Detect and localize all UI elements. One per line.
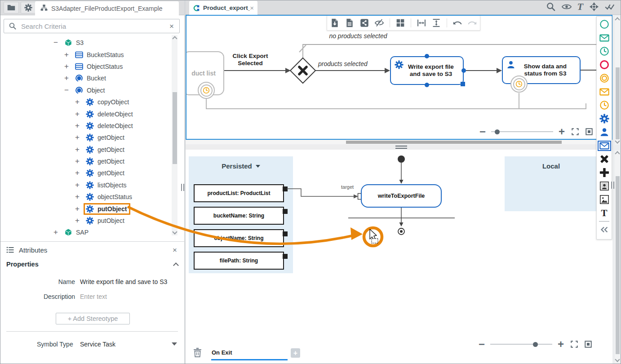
scroll-up-icon[interactable] <box>172 36 177 41</box>
tree-item-deleteObject[interactable]: +deleteObject <box>0 120 171 132</box>
zoom-slider[interactable] <box>491 131 553 132</box>
scrollbar-thumb[interactable] <box>616 176 620 354</box>
tab-on-exit[interactable]: On Exit <box>212 349 232 356</box>
visibility-icon[interactable] <box>562 2 572 12</box>
action-write-to-export-file[interactable]: writeToExportFile <box>361 184 442 208</box>
symbol-type-dropdown-icon[interactable] <box>172 342 177 346</box>
zoom-slider-knob[interactable] <box>533 342 538 347</box>
scrollbar-thumb[interactable] <box>616 67 620 139</box>
zoom-in-button[interactable]: + <box>558 340 564 349</box>
tree-item-putObject[interactable]: +putObject <box>0 215 171 226</box>
fullscreen-icon[interactable] <box>571 128 579 136</box>
pane-divider-grip[interactable] <box>395 146 407 149</box>
palette-exclusive-gateway[interactable] <box>597 152 612 166</box>
zoom-slider-knob[interactable] <box>495 129 500 134</box>
fit-view-icon[interactable] <box>584 340 592 348</box>
tree-item-getObject[interactable]: +getObject <box>0 132 171 143</box>
tree-item-getObject[interactable]: +getObject <box>0 144 171 155</box>
tree-item-copyObject[interactable]: +copyObject <box>0 96 171 108</box>
expand-icon[interactable]: + <box>74 204 81 213</box>
projects-button[interactable] <box>4 2 19 13</box>
name-value[interactable]: Write export file and save to S3 <box>80 278 167 285</box>
redo-icon[interactable] <box>468 18 477 27</box>
share-icon[interactable] <box>360 18 369 27</box>
right-pane-resize-grip[interactable] <box>611 182 614 189</box>
palette-participant[interactable] <box>597 179 612 193</box>
hide-overlays-icon[interactable] <box>375 18 384 27</box>
tree-item-objectStatus[interactable]: +objectStatus <box>0 191 171 203</box>
add-stereotype-button[interactable]: + Add Stereotype <box>56 313 130 324</box>
pan-icon[interactable] <box>589 2 599 12</box>
zoom-slider[interactable] <box>490 344 552 345</box>
timer-boundary-event-2[interactable] <box>510 75 528 93</box>
grid-layout-icon[interactable] <box>396 18 405 27</box>
expand-icon[interactable]: + <box>74 181 81 190</box>
tree-item-getObject[interactable]: +getObject <box>0 167 171 179</box>
tree-item-Bucket[interactable]: +Bucket <box>0 72 171 84</box>
bottom-vertical-scrollbar[interactable] <box>615 150 620 363</box>
tree-item-S3[interactable]: −S3 <box>0 37 171 49</box>
fit-width-icon[interactable] <box>417 18 426 27</box>
horizontal-scrollbar[interactable] <box>186 140 612 144</box>
collapse-icon[interactable]: − <box>63 86 70 95</box>
scroll-down-icon[interactable] <box>172 229 177 234</box>
expand-icon[interactable]: + <box>74 192 81 201</box>
add-tab-button[interactable]: + <box>291 348 300 358</box>
timer-boundary-event[interactable] <box>198 82 215 99</box>
tree-item-getObject[interactable]: +getObject <box>0 155 171 167</box>
collapse-icon[interactable]: − <box>52 38 59 47</box>
palette-send-task[interactable] <box>597 139 612 152</box>
palette-message-intermediate-event[interactable] <box>597 85 612 98</box>
palette-timer-intermediate-event[interactable] <box>597 98 612 112</box>
attributes-close-icon[interactable]: × <box>173 246 177 254</box>
process-diagram-canvas[interactable]: no products selected duct list Click Exp… <box>186 15 612 140</box>
tree-scrollbar-thumb[interactable] <box>173 92 177 164</box>
description-value[interactable]: Enter text <box>80 293 107 300</box>
diagram-tab-close-icon[interactable]: × <box>250 4 254 12</box>
settings-button[interactable] <box>21 2 36 13</box>
search-clear-icon[interactable]: × <box>169 22 174 30</box>
expand-icon[interactable]: + <box>74 157 81 166</box>
selection-handle-bottom[interactable] <box>425 83 429 87</box>
top-vertical-scrollbar[interactable] <box>615 16 620 145</box>
tree-item-listObjects[interactable]: +listObjects <box>0 179 171 191</box>
collapse-section-icon[interactable] <box>173 262 179 268</box>
palette-intermediate-event[interactable] <box>597 71 612 85</box>
task-write-export-file[interactable]: Write export file and save to S3 <box>390 56 464 85</box>
zoom-out-button[interactable]: − <box>479 340 485 349</box>
palette-parallel-gateway[interactable] <box>597 166 612 179</box>
export-document-icon[interactable] <box>330 18 339 27</box>
tree-item-BucketStatus[interactable]: +BucketStatus <box>0 49 171 60</box>
diagram-tab[interactable]: Product_export_exa... × <box>189 1 257 15</box>
expand-icon[interactable]: + <box>63 74 70 83</box>
symbol-type-value[interactable]: Service Task <box>80 341 115 348</box>
palette-start-event[interactable] <box>597 18 612 31</box>
fit-height-icon[interactable] <box>432 18 441 27</box>
left-pane-resize-grip[interactable] <box>181 184 184 191</box>
scroll-down-icon[interactable] <box>615 138 620 143</box>
fullscreen-icon[interactable] <box>570 340 578 348</box>
tree-item-putObject[interactable]: +putObject <box>0 203 171 214</box>
scroll-up-icon[interactable] <box>615 151 620 156</box>
fit-view-icon[interactable] <box>585 128 593 136</box>
expand-icon[interactable]: + <box>63 50 70 59</box>
palette-user-task[interactable] <box>597 125 612 139</box>
tree-item-ObjectStatus[interactable]: +ObjectStatus <box>0 61 171 72</box>
explorer-tab[interactable]: S3Adapter_FileProductExport_Example <box>35 1 179 15</box>
text-style-icon[interactable]: T <box>577 2 583 12</box>
tree-item-deleteObject[interactable]: +deleteObject <box>0 108 171 120</box>
trash-icon[interactable] <box>193 348 202 359</box>
scroll-up-icon[interactable] <box>615 17 620 22</box>
palette-end-event[interactable] <box>597 58 612 71</box>
mapping-diagram-canvas[interactable]: Persisted Local productList: ProductList… <box>186 150 612 364</box>
zoom-out-button[interactable]: − <box>479 127 486 136</box>
selection-handle-top[interactable] <box>425 54 429 58</box>
palette-collapse-palette[interactable] <box>597 223 612 236</box>
expand-icon[interactable]: + <box>74 216 81 225</box>
resize-handle-icon[interactable] <box>461 82 465 86</box>
horizontal-scrollbar-thumb[interactable] <box>346 141 562 144</box>
palette-text-tool[interactable]: T <box>597 206 612 220</box>
expand-icon[interactable]: + <box>74 110 81 119</box>
expand-icon[interactable]: + <box>74 145 81 154</box>
undo-icon[interactable] <box>453 18 462 27</box>
